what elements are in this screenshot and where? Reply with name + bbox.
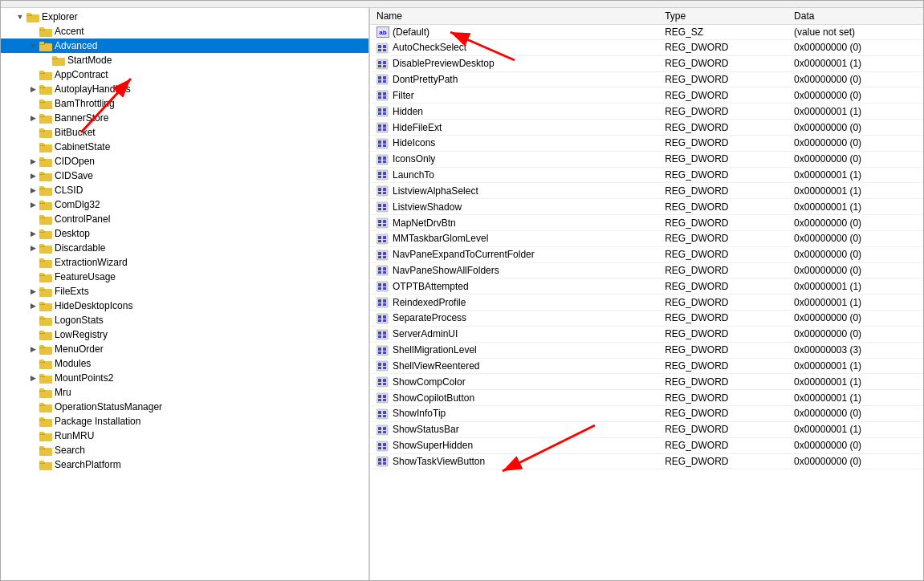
- tree-expander[interactable]: ▶: [26, 186, 39, 194]
- table-row[interactable]: IconsOnlyREG_DWORD0x00000000 (0): [370, 151, 923, 167]
- table-row[interactable]: HideFileExtREG_DWORD0x00000000 (0): [370, 120, 923, 136]
- tree-expander[interactable]: ▶: [26, 172, 39, 180]
- tree-item-hidedesktopicons[interactable]: ▶ HideDesktopIcons: [1, 299, 368, 313]
- tree-item-advanced[interactable]: ▼ Advanced: [1, 39, 368, 53]
- svg-rect-59: [39, 287, 44, 290]
- tree-item-featureusage[interactable]: FeatureUsage: [1, 270, 368, 284]
- tree-item-bitbucket[interactable]: BitBucket: [1, 125, 368, 140]
- cell-name: MapNetDrvBtn: [370, 215, 658, 231]
- tree-item-autoplayhandlers[interactable]: ▶ AutoplayHandlers: [1, 82, 368, 96]
- tree-item-label: CIDOpen: [55, 156, 95, 167]
- svg-rect-150: [383, 204, 386, 207]
- table-row[interactable]: HideIconsREG_DWORD0x00000000 (0): [370, 135, 923, 151]
- table-row[interactable]: ShellViewReenteredREG_DWORD0x00000001 (1…: [370, 358, 923, 374]
- tree-expander[interactable]: ▼: [14, 13, 26, 21]
- table-row[interactable]: SeparateProcessREG_DWORD0x00000000 (0): [370, 311, 923, 327]
- tree-item-comdlg32[interactable]: ▶ ComDlg32: [1, 197, 368, 212]
- tree-item-label: SearchPlatform: [55, 459, 121, 470]
- table-row[interactable]: ab(Default)REG_SZ(value not set): [370, 25, 923, 40]
- tree-item-operationstatusmanager[interactable]: OperationStatusManager: [1, 400, 368, 414]
- tree-item-cidopen[interactable]: ▶ CIDOpen: [1, 154, 368, 169]
- col-type[interactable]: Type: [658, 8, 788, 25]
- tree-pane[interactable]: ▼ Explorer Accent▼ Advanced StartMode Ap…: [1, 8, 370, 580]
- tree-item-controlpanel[interactable]: ControlPanel: [1, 212, 368, 226]
- table-row[interactable]: OTPTBAttemptedREG_DWORD0x00000001 (1): [370, 278, 923, 295]
- reg-dword-icon: [377, 280, 393, 292]
- table-row[interactable]: NavPaneExpandToCurrentFolderREG_DWORD0x0…: [370, 246, 923, 262]
- cell-data: (value not set): [788, 25, 923, 40]
- tree-item-modules[interactable]: Modules: [1, 356, 368, 371]
- tree-item-menuorder[interactable]: ▶ MenuOrder: [1, 342, 368, 356]
- tree-expander[interactable]: ▼: [26, 42, 39, 50]
- tree-item-clsid[interactable]: ▶ CLSID: [1, 183, 368, 197]
- table-row[interactable]: ShowStatusBarREG_DWORD0x00000001 (1): [370, 421, 923, 437]
- col-name[interactable]: Name: [370, 8, 658, 25]
- table-row[interactable]: ShowInfoTipREG_DWORD0x00000000 (0): [370, 406, 923, 422]
- tree-item-logonstats[interactable]: LogonStats: [1, 313, 368, 327]
- svg-rect-201: [378, 367, 381, 369]
- tree-item-appcontract[interactable]: AppContract: [1, 67, 368, 82]
- tree-item-extractionwizard[interactable]: ExtractionWizard: [1, 255, 368, 270]
- table-row[interactable]: ShowCopilotButtonREG_DWORD0x00000001 (1): [370, 390, 923, 406]
- table-row[interactable]: ServerAdminUIREG_DWORD0x00000000 (0): [370, 326, 923, 342]
- tree-item-accent[interactable]: Accent: [1, 24, 368, 39]
- tree-item-lowregistry[interactable]: LowRegistry: [1, 327, 368, 342]
- tree-expander[interactable]: ▶: [26, 230, 39, 238]
- tree-expander[interactable]: ▶: [26, 201, 39, 209]
- tree-item-mru[interactable]: Mru: [1, 385, 368, 400]
- table-row[interactable]: HiddenREG_DWORD0x00000001 (1): [370, 104, 923, 120]
- tree-item-cabinetstate[interactable]: CabinetState: [1, 140, 368, 154]
- table-row[interactable]: ShowSuperHiddenREG_DWORD0x00000000 (0): [370, 437, 923, 453]
- table-row[interactable]: LaunchToREG_DWORD0x00000001 (1): [370, 167, 923, 183]
- table-row[interactable]: ListviewShadowREG_DWORD0x00000001 (1): [370, 199, 923, 215]
- tree-expander[interactable]: ▶: [26, 244, 39, 252]
- svg-rect-211: [378, 399, 381, 401]
- tree-item-label: FileExts: [55, 286, 89, 297]
- svg-rect-219: [378, 427, 381, 430]
- folder-icon: [39, 70, 52, 80]
- tree-item-startmode[interactable]: StartMode: [1, 53, 368, 67]
- tree-item-mountpoints2[interactable]: ▶ MountPoints2: [1, 371, 368, 385]
- tree-expander[interactable]: ▶: [26, 345, 39, 353]
- table-row[interactable]: ReindexedProfileREG_DWORD0x00000001 (1): [370, 295, 923, 311]
- tree-expander[interactable]: ▶: [26, 157, 39, 165]
- tree-expander[interactable]: ▶: [26, 85, 39, 93]
- tree-item-search[interactable]: Search: [1, 443, 368, 457]
- tree-item-discardable[interactable]: ▶ Discardable: [1, 241, 368, 255]
- tree-item-cidsave[interactable]: ▶ CIDSave: [1, 169, 368, 183]
- table-row[interactable]: ShellMigrationLevelREG_DWORD0x00000003 (…: [370, 342, 923, 358]
- tree-item-explorer[interactable]: ▼ Explorer: [1, 10, 368, 24]
- table-row[interactable]: NavPaneShowAllFoldersREG_DWORD0x00000000…: [370, 262, 923, 278]
- cell-name: NavPaneShowAllFolders: [370, 262, 658, 278]
- name-text: ShowTaskViewButton: [393, 456, 485, 467]
- table-row[interactable]: MapNetDrvBtnREG_DWORD0x00000000 (0): [370, 215, 923, 231]
- name-cell-wrapper: ShowTaskViewButton: [377, 456, 652, 468]
- table-row[interactable]: ShowTaskViewButtonREG_DWORD0x00000000 (0…: [370, 453, 923, 469]
- col-data[interactable]: Data: [788, 8, 923, 25]
- table-row[interactable]: AutoCheckSelectREG_DWORD0x00000000 (0): [370, 40, 923, 56]
- tree-item-desktop[interactable]: ▶ Desktop: [1, 226, 368, 241]
- tree-item-runmru[interactable]: RunMRU: [1, 429, 368, 443]
- title-bar: [1, 1, 923, 8]
- tree-expander[interactable]: ▶: [26, 374, 39, 382]
- tree-expander[interactable]: ▶: [26, 287, 39, 295]
- svg-rect-126: [378, 128, 381, 131]
- tree-item-fileexts[interactable]: ▶ FileExts: [1, 284, 368, 299]
- name-text: ReindexedProfile: [393, 297, 466, 308]
- tree-item-bamthrottling[interactable]: BamThrottling: [1, 96, 368, 111]
- name-cell-wrapper: HideIcons: [377, 137, 652, 149]
- table-row[interactable]: ShowCompColorREG_DWORD0x00000001 (1): [370, 374, 923, 390]
- tree-item-searchplatform[interactable]: SearchPlatform: [1, 457, 368, 472]
- tree-expander[interactable]: ▶: [26, 302, 39, 310]
- detail-pane[interactable]: Name Type Data ab(Default)REG_SZ(value n…: [370, 8, 923, 580]
- table-row[interactable]: FilterREG_DWORD0x00000000 (0): [370, 87, 923, 104]
- tree-item-packageinstallation[interactable]: Package Installation: [1, 414, 368, 429]
- table-row[interactable]: DisablePreviewDesktopREG_DWORD0x00000001…: [370, 55, 923, 71]
- table-row[interactable]: DontPrettyPathREG_DWORD0x00000000 (0): [370, 71, 923, 87]
- name-text: HideFileExt: [393, 122, 442, 133]
- tree-item-bannerstore[interactable]: ▶ BannerStore: [1, 111, 368, 125]
- tree-expander[interactable]: ▶: [26, 114, 39, 122]
- table-row[interactable]: MMTaskbarGlomLevelREG_DWORD0x00000000 (0…: [370, 230, 923, 246]
- svg-rect-183: [377, 314, 388, 323]
- table-row[interactable]: ListviewAlphaSelectREG_DWORD0x00000001 (…: [370, 183, 923, 199]
